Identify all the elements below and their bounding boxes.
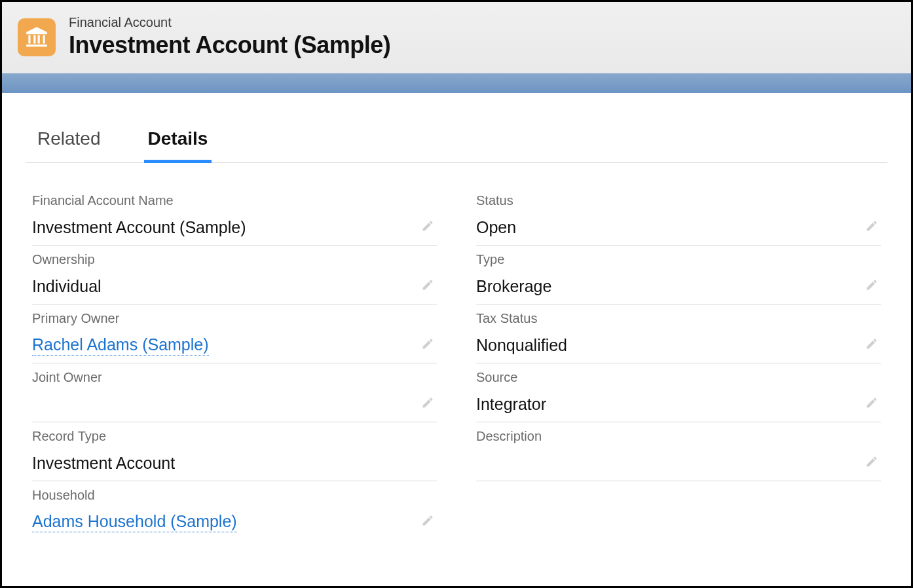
field-description: Description [476, 422, 881, 481]
field-label: Description [476, 429, 881, 444]
pencil-icon[interactable] [421, 337, 434, 353]
field-primary-owner: Primary Owner Rachel Adams (Sample) [32, 304, 437, 363]
pencil-icon[interactable] [865, 278, 878, 294]
field-record-type: Record Type Investment Account [32, 422, 437, 481]
field-label: Financial Account Name [32, 193, 437, 208]
field-value: Integrator [476, 395, 546, 414]
tab-details[interactable]: Details [144, 119, 212, 163]
tabs-bar: Related Details [26, 111, 887, 163]
pencil-icon[interactable] [865, 396, 878, 412]
record-header: Financial Account Investment Account (Sa… [2, 2, 911, 73]
field-status: Status Open [476, 187, 881, 246]
bank-icon [18, 18, 56, 56]
pencil-icon[interactable] [421, 396, 434, 412]
field-joint-owner: Joint Owner [32, 363, 437, 422]
content-area: Related Details Financial Account Name I… [2, 93, 911, 540]
pencil-icon[interactable] [865, 337, 878, 353]
household-link[interactable]: Adams Household (Sample) [32, 512, 237, 532]
decorative-band [2, 73, 911, 93]
field-tax-status: Tax Status Nonqualified [476, 304, 881, 363]
bank-icon-svg [24, 25, 49, 50]
field-source: Source Integrator [476, 363, 881, 422]
field-label: Joint Owner [32, 370, 437, 385]
field-label: Household [32, 488, 437, 503]
pencil-icon[interactable] [421, 514, 434, 530]
pencil-icon[interactable] [865, 219, 878, 235]
pencil-icon[interactable] [421, 219, 434, 235]
field-label: Source [476, 370, 881, 385]
pencil-icon[interactable] [865, 455, 878, 471]
details-right-column: Status Open Type Brokerage T [476, 187, 881, 540]
field-value: Investment Account (Sample) [32, 218, 246, 237]
field-label: Record Type [32, 429, 437, 444]
field-label: Tax Status [476, 311, 881, 326]
field-label: Status [476, 193, 881, 208]
header-titles: Financial Account Investment Account (Sa… [69, 15, 390, 59]
field-label: Ownership [32, 252, 437, 267]
field-type: Type Brokerage [476, 246, 881, 304]
field-label: Primary Owner [32, 311, 437, 326]
field-value: Individual [32, 277, 102, 296]
field-label: Type [476, 252, 881, 267]
record-title: Investment Account (Sample) [69, 31, 390, 59]
record-type-label: Financial Account [69, 15, 390, 30]
field-value: Open [476, 218, 516, 237]
field-ownership: Ownership Individual [32, 246, 437, 304]
tab-related[interactable]: Related [33, 119, 105, 162]
primary-owner-link[interactable]: Rachel Adams (Sample) [32, 335, 209, 356]
pencil-icon[interactable] [421, 278, 434, 294]
field-financial-account-name: Financial Account Name Investment Accoun… [32, 187, 437, 246]
field-value: Brokerage [476, 277, 551, 296]
details-grid: Financial Account Name Investment Accoun… [26, 163, 887, 540]
details-left-column: Financial Account Name Investment Accoun… [32, 187, 437, 540]
field-household: Household Adams Household (Sample) [32, 481, 437, 540]
field-value: Nonqualified [476, 336, 567, 355]
field-value: Investment Account [32, 454, 175, 473]
